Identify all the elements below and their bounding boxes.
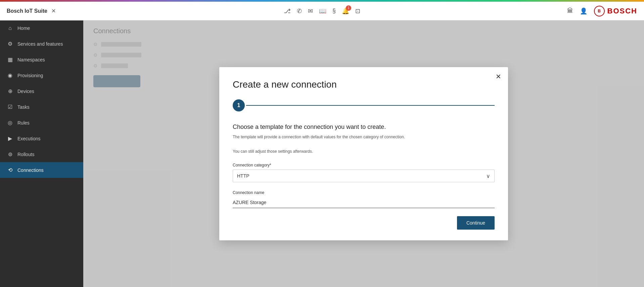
connection-name-label: Connection name bbox=[233, 190, 495, 195]
step-circle: 1 bbox=[233, 99, 245, 111]
sidebar-close-button[interactable]: ✕ bbox=[51, 8, 56, 14]
tasks-icon: ☑ bbox=[7, 104, 13, 110]
sidebar-item-label: Devices bbox=[17, 89, 34, 94]
connection-category-field: Connection category* HTTP AMQP MQTT Kafk… bbox=[233, 163, 495, 182]
step-bar: 1 bbox=[233, 99, 495, 111]
connection-name-input-wrapper bbox=[233, 197, 495, 208]
connection-name-field: Connection name bbox=[233, 190, 495, 208]
user-icon[interactable]: 👤 bbox=[580, 7, 587, 15]
dollar-icon[interactable]: § bbox=[332, 7, 336, 14]
sidebar-item-label: Rollouts bbox=[17, 152, 35, 157]
modal-title: Create a new connection bbox=[233, 79, 495, 90]
sidebar-item-services[interactable]: ⚙ Services and features bbox=[0, 36, 83, 52]
bosch-logo-text: BOSCH bbox=[607, 7, 637, 15]
sidebar-item-label: Tasks bbox=[17, 104, 30, 110]
sidebar-item-label: Services and features bbox=[17, 41, 63, 47]
continue-button[interactable]: Continue bbox=[457, 216, 495, 230]
sidebar-item-label: Namespaces bbox=[17, 57, 45, 62]
sidebar-item-label: Provisioning bbox=[17, 73, 43, 78]
executions-icon: ▶ bbox=[7, 135, 13, 142]
book-icon[interactable]: 📖 bbox=[319, 7, 326, 15]
sidebar-item-label: Executions bbox=[17, 136, 40, 141]
provisioning-icon: ◉ bbox=[7, 72, 13, 79]
form-description-1: The template will provide a connection w… bbox=[233, 134, 495, 140]
form-subtitle: Choose a template for the connection you… bbox=[233, 124, 495, 131]
support-icon[interactable]: 🏛 bbox=[567, 7, 573, 14]
sidebar-item-home[interactable]: ⌂ Home bbox=[0, 20, 83, 36]
main-layout: ⌂ Home ⚙ Services and features ▦ Namespa… bbox=[0, 20, 644, 287]
header: Bosch IoT Suite ✕ ⎇ ✆ ✉ 📖 § 🔔 1 ⊡ 🏛 👤 B … bbox=[0, 2, 644, 20]
rules-icon: ◎ bbox=[7, 119, 13, 126]
sidebar-item-provisioning[interactable]: ◉ Provisioning bbox=[0, 67, 83, 83]
sidebar-item-rules[interactable]: ◎ Rules bbox=[0, 115, 83, 131]
header-right: 🏛 👤 B BOSCH bbox=[567, 6, 637, 16]
namespaces-icon: ▦ bbox=[7, 56, 13, 63]
folder-icon[interactable]: ⊡ bbox=[355, 7, 360, 15]
form-description-2: You can still adjust those settings afte… bbox=[233, 148, 495, 155]
sidebar-item-rollouts[interactable]: ⊚ Rollouts bbox=[0, 146, 83, 162]
sidebar-item-tasks[interactable]: ☑ Tasks bbox=[0, 99, 83, 115]
sidebar-item-connections[interactable]: ⟲ Connections bbox=[0, 162, 83, 178]
modal-close-button[interactable]: ✕ bbox=[496, 73, 501, 81]
share-icon[interactable]: ⎇ bbox=[284, 7, 291, 15]
notification-icon[interactable]: 🔔 1 bbox=[342, 7, 349, 15]
home-icon: ⌂ bbox=[7, 25, 13, 31]
step-line bbox=[246, 105, 495, 106]
bosch-logo: B BOSCH bbox=[594, 6, 637, 16]
modal-footer: Continue bbox=[233, 216, 495, 230]
modal-overlay: ✕ Create a new connection 1 Choose a tem… bbox=[83, 20, 644, 287]
sidebar-item-namespaces[interactable]: ▦ Namespaces bbox=[0, 52, 83, 67]
header-icon-group: ⎇ ✆ ✉ 📖 § 🔔 1 ⊡ bbox=[284, 7, 360, 15]
sidebar-item-label: Connections bbox=[17, 168, 44, 173]
app-title: Bosch IoT Suite bbox=[7, 8, 47, 14]
services-icon: ⚙ bbox=[7, 41, 13, 47]
phone-icon[interactable]: ✆ bbox=[297, 7, 302, 15]
email-icon[interactable]: ✉ bbox=[308, 7, 313, 15]
sidebar-item-label: Rules bbox=[17, 120, 30, 126]
rollouts-icon: ⊚ bbox=[7, 151, 13, 157]
header-left: Bosch IoT Suite ✕ bbox=[7, 8, 56, 14]
notification-badge: 1 bbox=[346, 5, 351, 11]
main-content: Connections ⚙ ⚙ ⚙ ✕ C bbox=[83, 20, 644, 287]
create-connection-modal: ✕ Create a new connection 1 Choose a tem… bbox=[219, 67, 508, 240]
bosch-logo-circle: B bbox=[594, 6, 605, 16]
connection-category-label: Connection category* bbox=[233, 163, 495, 168]
connection-category-select-wrapper: HTTP AMQP MQTT Kafka ∨ bbox=[233, 170, 495, 182]
connection-name-input[interactable] bbox=[233, 197, 495, 208]
sidebar-item-executions[interactable]: ▶ Executions bbox=[0, 131, 83, 146]
sidebar-item-devices[interactable]: ⊕ Devices bbox=[0, 83, 83, 99]
sidebar: ⌂ Home ⚙ Services and features ▦ Namespa… bbox=[0, 20, 83, 287]
connection-category-select[interactable]: HTTP AMQP MQTT Kafka bbox=[233, 170, 494, 182]
sidebar-item-label: Home bbox=[17, 26, 30, 31]
devices-icon: ⊕ bbox=[7, 88, 13, 94]
connections-icon: ⟲ bbox=[7, 167, 13, 173]
